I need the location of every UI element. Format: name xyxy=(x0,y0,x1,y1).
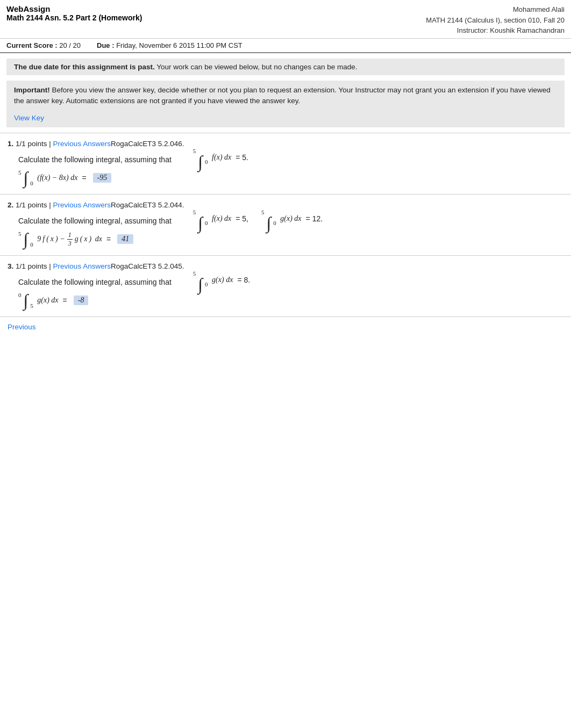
score-bar: Current Score : 20 / 20 Due : Friday, No… xyxy=(0,39,571,53)
instructor-name: Instructor: Koushik Ramachandran xyxy=(426,25,565,36)
problem-2-integral-sign: ∫ xyxy=(24,230,28,248)
p3-given-integrand: g(x) dx xyxy=(210,276,233,284)
problem-2-prev-answers[interactable]: Previous Answers xyxy=(53,201,111,209)
problem-2-equals: = xyxy=(106,235,111,243)
previous-link[interactable]: Previous xyxy=(8,323,36,331)
problem-1-body: Calculate the following integral, assumi… xyxy=(8,153,563,186)
problem-2-integrand: 9f(x) − 13g(x) dx xyxy=(35,231,102,247)
p1-given-equals: = 5. xyxy=(235,153,248,162)
problem-3-answer: -8 xyxy=(74,295,89,305)
important-notice: Important! Before you view the answer ke… xyxy=(6,81,565,112)
problem-2-answer: 41 xyxy=(117,234,133,244)
score-value: 20 / 20 xyxy=(59,41,81,49)
problem-1-instruction: Calculate the following integral, assumi… xyxy=(18,155,172,164)
problem-2-header: 2. 1/1 points | Previous AnswersRogaCalc… xyxy=(8,201,563,209)
problem-2-number: 2. xyxy=(8,201,13,209)
problem-2-points: 1/1 points xyxy=(16,201,47,209)
p3-given-upper: 5 xyxy=(193,270,196,277)
p2-g2-equals: = 12. xyxy=(306,214,323,223)
course-info: MATH 2144 (Calculus I), section 010, Fal… xyxy=(426,15,565,26)
problem-2-upper: 5 xyxy=(18,230,22,237)
problem-1-equals: = xyxy=(82,174,86,182)
problem-1-section: 1. 1/1 points | Previous AnswersRogaCalc… xyxy=(0,133,571,194)
problem-2-question-integral: 5 ∫ 0 9f(x) − 13g(x) dx = 41 xyxy=(18,230,172,248)
problem-1-lhs: Calculate the following integral, assumi… xyxy=(18,153,172,186)
problem-3-integral-sign: ∫ xyxy=(24,292,28,309)
problem-3-equals: = xyxy=(63,296,67,305)
problem-1-integral-sign: ∫ xyxy=(24,169,28,186)
score-label: Current Score : xyxy=(6,41,58,49)
problem-3-instruction: Calculate the following integral, assumi… xyxy=(18,278,172,286)
problem-1-rhs: 5 ∫ 0 f(x) dx = 5. xyxy=(193,153,251,170)
problem-3-rhs: 5 ∫ 0 g(x) dx = 8. xyxy=(193,276,252,293)
problem-2-rhs: 5 ∫ 0 f(x) dx = 5, 5 ∫ 0 g(x) dx = 12. xyxy=(193,214,325,232)
problem-3-header: 3. 1/1 points | Previous AnswersRogaCalc… xyxy=(8,262,563,270)
problem-1-lower: 0 xyxy=(30,180,33,186)
nav-area: Previous xyxy=(0,316,571,336)
p2-g2-lower: 0 xyxy=(273,220,276,226)
p2-g2-integral-sign: ∫ xyxy=(267,214,272,232)
due-value: Friday, November 6 2015 11:00 PM CST xyxy=(116,41,242,49)
problem-1-given: 5 ∫ 0 f(x) dx = 5. xyxy=(193,153,251,170)
problem-1-separator: | xyxy=(49,140,53,148)
assignment-title: Math 2144 Asn. 5.2 Part 2 (Homework) xyxy=(6,13,142,22)
important-label: Important! xyxy=(14,86,50,94)
problem-1-prev-answers[interactable]: Previous Answers xyxy=(53,140,111,148)
problem-1-answer: -95 xyxy=(93,173,112,183)
p2-g1-lower: 0 xyxy=(205,220,208,226)
page-header: WebAssign Math 2144 Asn. 5.2 Part 2 (Hom… xyxy=(0,0,571,39)
problem-3-integrand: g(x) dx xyxy=(35,296,59,305)
problem-2-reference: RogaCalcET3 5.2.044. xyxy=(111,201,184,209)
user-name: Mohammed Alali xyxy=(426,4,565,15)
problem-3-points: 1/1 points xyxy=(16,262,47,270)
problem-2-section: 2. 1/1 points | Previous AnswersRogaCalc… xyxy=(0,194,571,255)
problem-3-lhs: Calculate the following integral, assumi… xyxy=(18,276,172,309)
p1-given-integral-sign: ∫ xyxy=(198,153,203,170)
p2-g1-integral-sign: ∫ xyxy=(198,214,203,232)
problem-3-section: 3. 1/1 points | Previous AnswersRogaCalc… xyxy=(0,255,571,316)
problem-3-body: Calculate the following integral, assumi… xyxy=(8,276,563,309)
p2-g1-integrand: f(x) dx xyxy=(210,214,232,223)
problem-1-upper: 5 xyxy=(18,169,22,176)
header-right: Mohammed Alali MATH 2144 (Calculus I), s… xyxy=(426,4,565,36)
problem-1-integrand: (f(x) − 8x) dx xyxy=(35,174,78,182)
problem-3-reference: RogaCalcET3 5.2.045. xyxy=(111,262,184,270)
problem-1-question-integral: 5 ∫ 0 (f(x) − 8x) dx = -95 xyxy=(18,169,172,186)
problem-1-number: 1. xyxy=(8,140,13,148)
p1-given-lower: 0 xyxy=(205,158,208,165)
problem-3-given: 5 ∫ 0 g(x) dx = 8. xyxy=(193,276,252,293)
problem-3-number: 3. xyxy=(8,262,13,270)
p3-given-equals: = 8. xyxy=(237,276,250,284)
p2-g1-upper: 5 xyxy=(193,209,196,215)
problem-1-header: 1. 1/1 points | Previous AnswersRogaCalc… xyxy=(8,140,563,148)
problem-2-lhs: Calculate the following integral, assumi… xyxy=(18,214,172,248)
problem-2-lower: 0 xyxy=(30,241,33,248)
problem-2-body: Calculate the following integral, assumi… xyxy=(8,214,563,248)
p3-given-lower: 0 xyxy=(205,281,208,287)
past-due-text: Your work can be viewed below, but no ch… xyxy=(156,63,357,71)
problem-2-separator: | xyxy=(49,201,53,209)
view-key-area: View Key xyxy=(6,111,565,127)
p2-g2-integrand: g(x) dx xyxy=(279,214,302,223)
p2-g2-upper: 5 xyxy=(261,209,265,215)
p1-given-integrand: f(x) dx xyxy=(210,153,232,162)
p2-g1-equals: = 5, xyxy=(235,214,248,223)
problem-1-points: 1/1 points xyxy=(16,140,47,148)
p1-given-upper: 5 xyxy=(193,148,196,154)
problem-1-reference: RogaCalcET3 5.2.046. xyxy=(111,140,184,148)
p3-given-integral-sign: ∫ xyxy=(198,276,203,293)
important-text: Before you view the answer key, decide w… xyxy=(14,86,551,105)
problem-2-given-1: 5 ∫ 0 f(x) dx = 5, xyxy=(193,214,251,232)
app-name: WebAssign xyxy=(6,4,142,13)
problem-3-question-integral: 0 ∫ 5 g(x) dx = -8 xyxy=(18,292,172,309)
frac-1-3: 13 xyxy=(67,231,73,247)
problem-2-given-2: 5 ∫ 0 g(x) dx = 12. xyxy=(261,214,325,232)
problem-3-separator: | xyxy=(49,262,53,270)
problem-3-prev-answers[interactable]: Previous Answers xyxy=(53,262,111,270)
view-key-link[interactable]: View Key xyxy=(14,114,44,122)
header-left: WebAssign Math 2144 Asn. 5.2 Part 2 (Hom… xyxy=(6,4,142,22)
past-due-notice: The due date for this assignment is past… xyxy=(6,59,565,75)
problem-2-instruction: Calculate the following integral, assumi… xyxy=(18,217,172,225)
past-due-bold: The due date for this assignment is past… xyxy=(14,63,155,71)
problem-3-upper: 0 xyxy=(18,292,22,298)
